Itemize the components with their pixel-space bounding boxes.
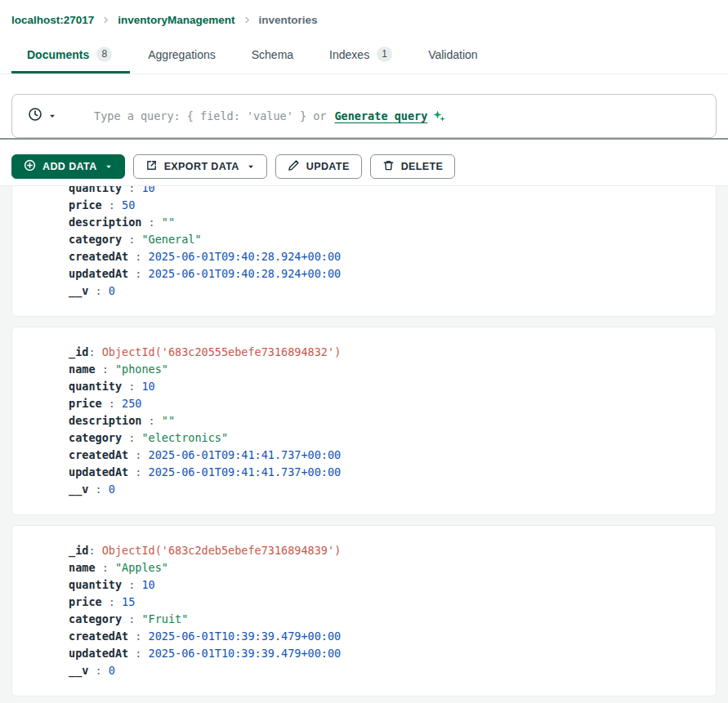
- field-separator: :: [122, 233, 141, 246]
- field-key: __v: [69, 483, 88, 496]
- field-separator: :: [141, 216, 161, 229]
- document-field-name[interactable]: name : "phones": [69, 361, 699, 378]
- field-value: 10: [141, 185, 154, 194]
- field-key: __v: [69, 664, 88, 677]
- field-separator: :: [88, 544, 101, 557]
- query-input[interactable]: Type a query: { field: 'value' } or Gene…: [94, 109, 716, 122]
- field-value: 2025-06-01T09:40:28.924+00:00: [149, 267, 342, 280]
- field-value: "": [162, 216, 175, 229]
- field-key: price: [69, 198, 102, 211]
- document-field-quantity[interactable]: quantity : 10: [69, 576, 699, 594]
- field-key: updatedAt: [69, 647, 128, 660]
- query-placeholder: Type a query: { field: 'value' } or: [94, 109, 326, 122]
- field-key: quantity: [69, 380, 122, 393]
- field-key: category: [69, 233, 122, 246]
- field-value: 15: [122, 595, 135, 608]
- document-field-name[interactable]: name : "Apples": [69, 559, 699, 576]
- tab-label: Documents: [27, 48, 89, 61]
- breadcrumb-item[interactable]: localhost:27017: [11, 14, 94, 26]
- document-field-category[interactable]: category : "electronics": [69, 429, 699, 447]
- field-key: quantity: [69, 185, 122, 194]
- trash-icon: [382, 159, 395, 174]
- delete-button[interactable]: DELETE: [370, 154, 456, 179]
- breadcrumb-item[interactable]: inventories: [259, 14, 318, 26]
- field-value: ObjectId('683c20555ebefe7316894832'): [102, 345, 342, 358]
- chevron-down-icon: [48, 109, 56, 123]
- document-field-price[interactable]: price : 250: [69, 395, 699, 412]
- breadcrumb: localhost:27017inventoryManagementinvent…: [0, 0, 728, 35]
- tab-indexes[interactable]: Indexes1: [311, 35, 410, 73]
- field-key: _id: [69, 544, 88, 557]
- field-value: "General": [141, 233, 201, 246]
- field-separator: :: [128, 647, 148, 660]
- export-icon: [145, 159, 158, 174]
- field-separator: :: [128, 250, 148, 263]
- document-list: quantity : 10price : 50description : ""c…: [0, 185, 728, 703]
- document-field-__v[interactable]: __v : 0: [69, 662, 699, 679]
- field-value: "": [162, 414, 175, 427]
- add-data-button[interactable]: ADD DATA: [11, 154, 125, 179]
- field-value: 250: [122, 397, 141, 410]
- field-separator: :: [122, 380, 141, 393]
- field-separator: :: [122, 612, 141, 625]
- document-field-createdAt[interactable]: createdAt : 2025-06-01T09:40:28.924+00:0…: [69, 248, 699, 265]
- export-data-button[interactable]: EXPORT DATA: [133, 154, 267, 179]
- document-field-updatedAt[interactable]: updatedAt : 2025-06-01T09:41:41.737+00:0…: [69, 464, 699, 481]
- field-separator: :: [88, 483, 108, 496]
- field-separator: :: [96, 363, 115, 376]
- tab-documents[interactable]: Documents8: [11, 35, 130, 73]
- field-separator: :: [102, 198, 122, 211]
- tab-label: Indexes: [329, 48, 369, 61]
- field-separator: :: [128, 630, 148, 643]
- document-field-category[interactable]: category : "Fruit": [69, 611, 699, 628]
- document-field-description[interactable]: description : "": [69, 214, 699, 231]
- document-field-price[interactable]: price : 50: [69, 197, 699, 214]
- field-key: createdAt: [69, 250, 128, 263]
- collection-tab-bar: Documents8AggregationsSchemaIndexes1Vali…: [0, 35, 728, 74]
- field-key: __v: [69, 284, 88, 297]
- field-key: createdAt: [69, 448, 128, 461]
- plus-circle-icon: [24, 159, 36, 174]
- tab-aggregations[interactable]: Aggregations: [130, 35, 234, 73]
- field-key: _id: [69, 345, 88, 358]
- document-field-createdAt[interactable]: createdAt : 2025-06-01T10:39:39.479+00:0…: [69, 628, 699, 645]
- query-bar: Type a query: { field: 'value' } or Gene…: [11, 94, 717, 138]
- document-field-_id[interactable]: _id: ObjectId('683c2deb5ebefe7316894839'…: [69, 542, 699, 559]
- document-field-__v[interactable]: __v : 0: [69, 283, 699, 300]
- field-value: 2025-06-01T10:39:39.479+00:00: [149, 647, 342, 660]
- field-value: 0: [109, 483, 115, 496]
- tab-label: Validation: [428, 48, 477, 61]
- document-field-category[interactable]: category : "General": [69, 231, 699, 248]
- field-key: updatedAt: [69, 267, 128, 280]
- field-key: price: [69, 397, 102, 410]
- document-field-description[interactable]: description : "": [69, 412, 699, 429]
- document-field-updatedAt[interactable]: updatedAt : 2025-06-01T09:40:28.924+00:0…: [69, 265, 699, 283]
- breadcrumb-item[interactable]: inventoryManagement: [118, 14, 234, 26]
- document-card: _id: ObjectId('683c2deb5ebefe7316894839'…: [11, 525, 717, 696]
- field-value: 0: [109, 664, 115, 677]
- field-value: "electronics": [141, 431, 228, 444]
- tab-label: Schema: [252, 48, 293, 61]
- field-value: "Apples": [115, 561, 168, 574]
- field-value: ObjectId('683c2deb5ebefe7316894839'): [102, 544, 342, 557]
- field-separator: :: [88, 345, 101, 358]
- field-key: updatedAt: [69, 465, 128, 478]
- generate-query-link[interactable]: Generate query: [334, 109, 427, 122]
- document-field-price[interactable]: price : 15: [69, 594, 699, 611]
- tab-badge: 8: [96, 47, 112, 62]
- field-separator: :: [88, 284, 108, 297]
- document-field-quantity[interactable]: quantity : 10: [69, 185, 699, 197]
- document-field-createdAt[interactable]: createdAt : 2025-06-01T09:41:41.737+00:0…: [69, 447, 699, 464]
- document-field-_id[interactable]: _id: ObjectId('683c20555ebefe7316894832'…: [69, 344, 699, 361]
- query-history-button[interactable]: [12, 107, 68, 125]
- query-section: Type a query: { field: 'value' } or Gene…: [0, 74, 728, 140]
- chevron-down-icon: [105, 162, 113, 171]
- tab-validation[interactable]: Validation: [410, 35, 495, 73]
- update-button[interactable]: UPDATE: [275, 154, 362, 179]
- field-key: description: [69, 414, 141, 427]
- document-field-quantity[interactable]: quantity : 10: [69, 378, 699, 395]
- field-value: 2025-06-01T09:40:28.924+00:00: [149, 250, 342, 263]
- tab-schema[interactable]: Schema: [234, 35, 311, 73]
- document-field-updatedAt[interactable]: updatedAt : 2025-06-01T10:39:39.479+00:0…: [69, 645, 699, 662]
- document-field-__v[interactable]: __v : 0: [69, 481, 699, 498]
